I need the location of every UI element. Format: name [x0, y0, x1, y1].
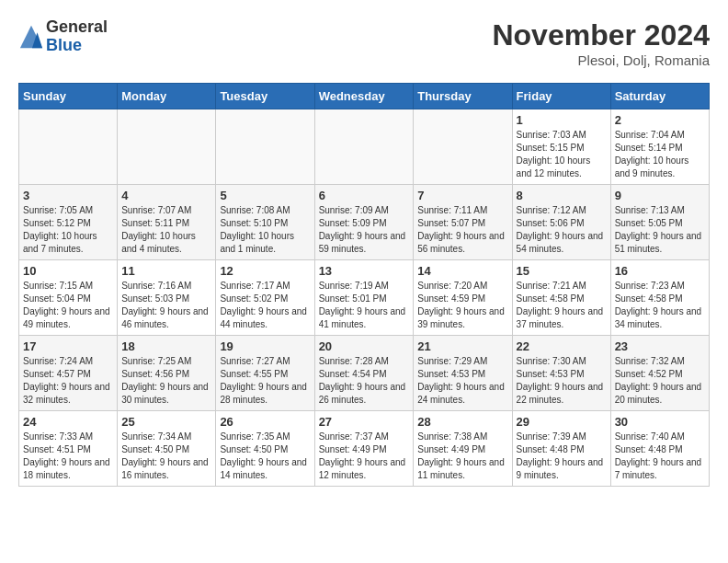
- calendar-header-cell: Monday: [118, 84, 216, 109]
- day-info: Sunrise: 7:09 AM Sunset: 5:09 PM Dayligh…: [319, 204, 410, 256]
- calendar-cell: 8Sunrise: 7:12 AM Sunset: 5:06 PM Daylig…: [512, 185, 610, 260]
- calendar-cell: 6Sunrise: 7:09 AM Sunset: 5:09 PM Daylig…: [314, 185, 414, 260]
- day-number: 19: [220, 339, 310, 353]
- calendar-cell: 15Sunrise: 7:21 AM Sunset: 4:58 PM Dayli…: [512, 260, 610, 336]
- calendar-cell: [19, 109, 118, 185]
- logo-general-text: General: [46, 18, 108, 37]
- calendar-cell: 24Sunrise: 7:33 AM Sunset: 4:51 PM Dayli…: [19, 411, 118, 487]
- day-number: 24: [23, 415, 113, 429]
- calendar-cell: 1Sunrise: 7:03 AM Sunset: 5:15 PM Daylig…: [512, 109, 610, 185]
- day-number: 10: [23, 264, 113, 278]
- day-info: Sunrise: 7:07 AM Sunset: 5:11 PM Dayligh…: [121, 204, 211, 256]
- calendar-header-cell: Sunday: [19, 84, 118, 109]
- day-number: 7: [417, 189, 507, 202]
- day-info: Sunrise: 7:28 AM Sunset: 4:54 PM Dayligh…: [319, 355, 410, 407]
- day-info: Sunrise: 7:24 AM Sunset: 4:57 PM Dayligh…: [23, 355, 113, 407]
- calendar-cell: 10Sunrise: 7:15 AM Sunset: 5:04 PM Dayli…: [19, 260, 118, 336]
- day-number: 27: [319, 415, 410, 429]
- calendar-cell: [216, 109, 314, 185]
- calendar-cell: 5Sunrise: 7:08 AM Sunset: 5:10 PM Daylig…: [216, 185, 314, 260]
- calendar-header-cell: Saturday: [610, 84, 709, 109]
- calendar-cell: 28Sunrise: 7:38 AM Sunset: 4:49 PM Dayli…: [414, 411, 512, 487]
- day-number: 30: [615, 415, 705, 429]
- calendar-week-row: 24Sunrise: 7:33 AM Sunset: 4:51 PM Dayli…: [19, 411, 710, 487]
- calendar-week-row: 10Sunrise: 7:15 AM Sunset: 5:04 PM Dayli…: [19, 260, 710, 336]
- calendar-cell: 26Sunrise: 7:35 AM Sunset: 4:50 PM Dayli…: [216, 411, 314, 487]
- day-info: Sunrise: 7:29 AM Sunset: 4:53 PM Dayligh…: [417, 355, 507, 407]
- day-number: 23: [615, 339, 705, 353]
- calendar-cell: 4Sunrise: 7:07 AM Sunset: 5:11 PM Daylig…: [118, 185, 216, 260]
- logo: General Blue: [18, 18, 108, 55]
- day-info: Sunrise: 7:39 AM Sunset: 4:48 PM Dayligh…: [517, 431, 607, 482]
- calendar-header-cell: Thursday: [414, 84, 512, 109]
- day-number: 4: [121, 189, 211, 202]
- day-number: 20: [319, 339, 410, 353]
- day-number: 28: [417, 415, 507, 429]
- day-info: Sunrise: 7:08 AM Sunset: 5:10 PM Dayligh…: [220, 204, 310, 256]
- day-info: Sunrise: 7:13 AM Sunset: 5:05 PM Dayligh…: [615, 204, 705, 256]
- calendar-cell: 25Sunrise: 7:34 AM Sunset: 4:50 PM Dayli…: [118, 411, 216, 487]
- page-header: General Blue November 2024 Plesoi, Dolj,…: [18, 18, 710, 68]
- day-number: 8: [517, 189, 607, 202]
- calendar-cell: 30Sunrise: 7:40 AM Sunset: 4:48 PM Dayli…: [610, 411, 709, 487]
- calendar-body: 1Sunrise: 7:03 AM Sunset: 5:15 PM Daylig…: [19, 109, 710, 487]
- day-info: Sunrise: 7:19 AM Sunset: 5:01 PM Dayligh…: [319, 280, 410, 331]
- calendar-cell: 18Sunrise: 7:25 AM Sunset: 4:56 PM Dayli…: [118, 336, 216, 411]
- day-number: 13: [319, 264, 410, 278]
- location: Plesoi, Dolj, Romania: [492, 52, 710, 68]
- month-title: November 2024: [492, 18, 710, 52]
- day-info: Sunrise: 7:32 AM Sunset: 4:52 PM Dayligh…: [615, 355, 705, 407]
- calendar-cell: 20Sunrise: 7:28 AM Sunset: 4:54 PM Dayli…: [314, 336, 414, 411]
- calendar-week-row: 3Sunrise: 7:05 AM Sunset: 5:12 PM Daylig…: [19, 185, 710, 260]
- day-number: 26: [220, 415, 310, 429]
- day-info: Sunrise: 7:05 AM Sunset: 5:12 PM Dayligh…: [23, 204, 113, 256]
- calendar-cell: 2Sunrise: 7:04 AM Sunset: 5:14 PM Daylig…: [610, 109, 709, 185]
- day-info: Sunrise: 7:25 AM Sunset: 4:56 PM Dayligh…: [121, 355, 211, 407]
- calendar-cell: 17Sunrise: 7:24 AM Sunset: 4:57 PM Dayli…: [19, 336, 118, 411]
- calendar-cell: 19Sunrise: 7:27 AM Sunset: 4:55 PM Dayli…: [216, 336, 314, 411]
- day-info: Sunrise: 7:38 AM Sunset: 4:49 PM Dayligh…: [417, 431, 507, 482]
- calendar-cell: 23Sunrise: 7:32 AM Sunset: 4:52 PM Dayli…: [610, 336, 709, 411]
- day-number: 15: [517, 264, 607, 278]
- day-number: 5: [220, 189, 310, 202]
- day-number: 12: [220, 264, 310, 278]
- calendar-cell: 3Sunrise: 7:05 AM Sunset: 5:12 PM Daylig…: [19, 185, 118, 260]
- day-info: Sunrise: 7:33 AM Sunset: 4:51 PM Dayligh…: [23, 431, 113, 482]
- day-info: Sunrise: 7:15 AM Sunset: 5:04 PM Dayligh…: [23, 280, 113, 331]
- calendar-header-cell: Wednesday: [314, 84, 414, 109]
- calendar-header-cell: Friday: [512, 84, 610, 109]
- calendar-cell: 7Sunrise: 7:11 AM Sunset: 5:07 PM Daylig…: [414, 185, 512, 260]
- day-info: Sunrise: 7:40 AM Sunset: 4:48 PM Dayligh…: [615, 431, 705, 482]
- calendar-cell: 12Sunrise: 7:17 AM Sunset: 5:02 PM Dayli…: [216, 260, 314, 336]
- title-section: November 2024 Plesoi, Dolj, Romania: [492, 18, 710, 68]
- calendar-table: SundayMondayTuesdayWednesdayThursdayFrid…: [18, 83, 710, 487]
- day-number: 11: [121, 264, 211, 278]
- calendar-cell: 13Sunrise: 7:19 AM Sunset: 5:01 PM Dayli…: [314, 260, 414, 336]
- calendar-header-row: SundayMondayTuesdayWednesdayThursdayFrid…: [19, 84, 710, 109]
- day-number: 25: [121, 415, 211, 429]
- day-info: Sunrise: 7:11 AM Sunset: 5:07 PM Dayligh…: [417, 204, 507, 256]
- day-info: Sunrise: 7:17 AM Sunset: 5:02 PM Dayligh…: [220, 280, 310, 331]
- day-info: Sunrise: 7:37 AM Sunset: 4:49 PM Dayligh…: [319, 431, 410, 482]
- day-info: Sunrise: 7:34 AM Sunset: 4:50 PM Dayligh…: [121, 431, 211, 482]
- day-number: 6: [319, 189, 410, 202]
- day-info: Sunrise: 7:35 AM Sunset: 4:50 PM Dayligh…: [220, 431, 310, 482]
- day-number: 18: [121, 339, 211, 353]
- calendar-cell: 14Sunrise: 7:20 AM Sunset: 4:59 PM Dayli…: [414, 260, 512, 336]
- day-number: 22: [517, 339, 607, 353]
- calendar-week-row: 1Sunrise: 7:03 AM Sunset: 5:15 PM Daylig…: [19, 109, 710, 185]
- calendar-header-cell: Tuesday: [216, 84, 314, 109]
- calendar-cell: 16Sunrise: 7:23 AM Sunset: 4:58 PM Dayli…: [610, 260, 709, 336]
- day-number: 1: [517, 113, 607, 127]
- day-number: 17: [23, 339, 113, 353]
- day-info: Sunrise: 7:23 AM Sunset: 4:58 PM Dayligh…: [615, 280, 705, 331]
- day-info: Sunrise: 7:20 AM Sunset: 4:59 PM Dayligh…: [417, 280, 507, 331]
- day-number: 14: [417, 264, 507, 278]
- calendar-cell: 22Sunrise: 7:30 AM Sunset: 4:53 PM Dayli…: [512, 336, 610, 411]
- day-info: Sunrise: 7:27 AM Sunset: 4:55 PM Dayligh…: [220, 355, 310, 407]
- calendar-cell: 11Sunrise: 7:16 AM Sunset: 5:03 PM Dayli…: [118, 260, 216, 336]
- day-number: 9: [615, 189, 705, 202]
- day-number: 2: [615, 113, 705, 127]
- calendar-cell: [414, 109, 512, 185]
- day-info: Sunrise: 7:21 AM Sunset: 4:58 PM Dayligh…: [517, 280, 607, 331]
